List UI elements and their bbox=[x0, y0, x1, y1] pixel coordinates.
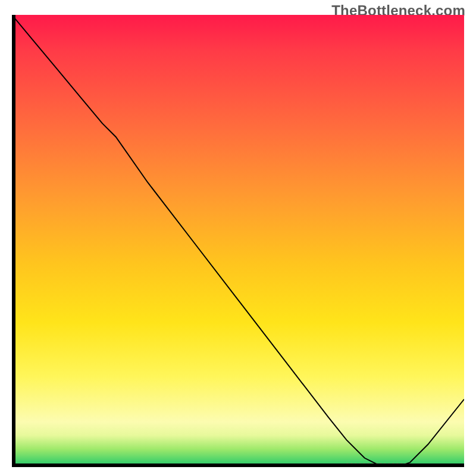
bottleneck-curve bbox=[12, 15, 464, 467]
series-layer bbox=[12, 15, 464, 467]
plot-area bbox=[12, 15, 464, 467]
chart-container: TheBottleneck.com bbox=[0, 0, 476, 476]
